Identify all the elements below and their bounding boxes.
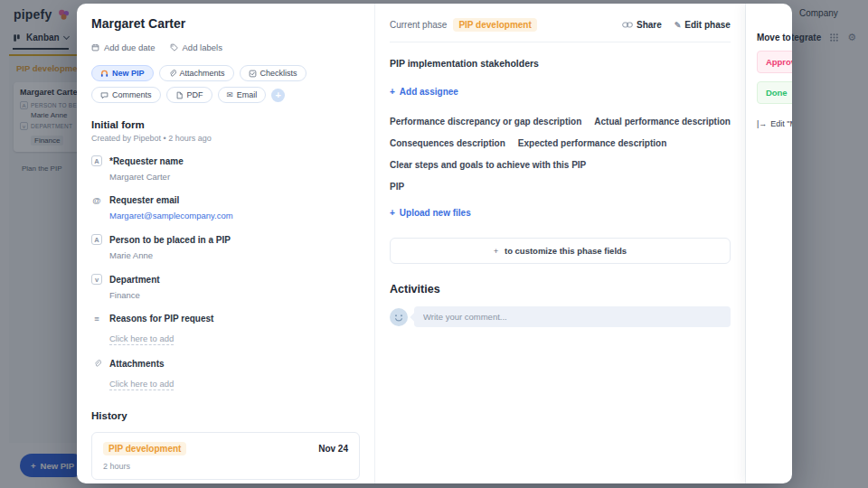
phase-field-label[interactable]: Actual performance description <box>594 117 731 127</box>
pipe-icon <box>100 70 108 78</box>
field-person-in-pip: A Person to be placed in a PIP Marie Ann… <box>91 234 360 260</box>
share-button[interactable]: Share <box>622 20 662 30</box>
link-icon <box>622 22 633 28</box>
field-value[interactable]: Marie Anne <box>109 250 360 260</box>
move-to-approval-button[interactable]: Approval → <box>757 51 792 73</box>
add-due-date-button[interactable]: Add due date <box>91 42 156 52</box>
pdf-document-icon <box>175 91 184 99</box>
history-entry: PIP development Nov 24 2 hours <box>91 432 360 480</box>
field-attachments: Attachments Click here to add <box>91 359 360 390</box>
card-info-column: Margaret Carter Add due date Add labels <box>77 4 375 483</box>
plus-icon: + <box>390 87 395 97</box>
comment-icon <box>100 91 108 99</box>
current-phase-chip: PIP development <box>453 18 536 32</box>
phase-field-label[interactable]: Performance discrepancy or gap descripti… <box>390 117 581 127</box>
customize-phase-fields-button[interactable]: + to customize this phase fields <box>390 238 731 264</box>
envelope-icon: ✉ <box>227 90 233 99</box>
history-duration: 2 hours <box>103 462 348 471</box>
phase-header: Current phase PIP development Share ✎ Ed… <box>390 13 731 42</box>
checklist-icon <box>249 70 257 78</box>
edit-move-to-phase-link[interactable]: |→ Edit "Move to phase" <box>757 119 792 128</box>
tag-icon <box>170 43 178 52</box>
add-assignee-button[interactable]: + Add assignee <box>390 87 458 97</box>
add-labels-button[interactable]: Add labels <box>170 42 222 52</box>
move-to-phase-title: Move to phase <box>757 33 792 42</box>
phase-field-labels: Performance discrepancy or gap descripti… <box>390 117 731 192</box>
phase-field-label[interactable]: Expected performance description <box>518 138 667 148</box>
paperclip-icon <box>168 70 176 78</box>
add-pill-button[interactable]: + <box>271 89 285 102</box>
text-field-icon: A <box>91 155 102 166</box>
text-field-icon: A <box>91 234 102 245</box>
pill-attachments[interactable]: Attachments <box>159 65 234 81</box>
move-to-done-button[interactable]: Done → <box>757 81 792 104</box>
initial-form-subtitle: Created by Pipebot • 2 hours ago <box>91 134 360 143</box>
phase-field-label[interactable]: PIP <box>390 182 404 192</box>
card-meta-toolbar: Add due date Add labels <box>91 42 360 52</box>
initial-form-title: Initial form <box>91 119 360 130</box>
activities-title: Activities <box>390 283 731 296</box>
pill-comments[interactable]: Comments <box>91 87 161 103</box>
pill-pdf[interactable]: PDF <box>166 87 212 103</box>
field-reasons: ≡ Reasons for PIP request Click here to … <box>91 314 360 345</box>
plus-icon: + <box>390 208 395 218</box>
card-action-pills: New PIP Attachments Checklists Comme <box>91 65 360 103</box>
field-value-email-link[interactable]: Margaret@samplecompany.com <box>109 211 360 221</box>
field-value[interactable]: Finance <box>109 290 360 300</box>
history-title: History <box>91 410 360 421</box>
comment-composer <box>390 306 731 327</box>
field-requester-email: @ Requester email Margaret@samplecompany… <box>91 195 360 221</box>
click-to-add[interactable]: Click here to add <box>109 333 174 345</box>
pill-new-pip[interactable]: New PIP <box>91 65 154 81</box>
phase-field-label[interactable]: Clear steps and goals to achieve with th… <box>390 160 586 170</box>
calendar-icon <box>91 43 99 52</box>
current-phase-label: Current phase <box>390 20 447 30</box>
list-icon: ≡ <box>91 314 102 324</box>
at-icon: @ <box>91 195 102 205</box>
card-detail-modal: Margaret Carter Add due date Add labels <box>77 4 792 483</box>
comment-input[interactable] <box>414 306 731 327</box>
history-date: Nov 24 <box>318 444 348 454</box>
field-value[interactable]: Margaret Carter <box>109 172 360 182</box>
pill-checklists[interactable]: Checklists <box>240 65 307 81</box>
stakeholders-label: PIP implementation stakeholders <box>390 58 731 69</box>
pill-email[interactable]: ✉ Email <box>218 87 267 103</box>
pencil-icon: ✎ <box>675 21 682 30</box>
paperclip-icon <box>91 360 102 368</box>
edit-phase-button[interactable]: ✎ Edit phase <box>675 20 731 30</box>
click-to-add[interactable]: Click here to add <box>109 379 174 390</box>
phase-field-label[interactable]: Consequences description <box>390 138 505 148</box>
move-to-phase-panel: ⋮ × Move to phase Approval → Done → |→ E… <box>746 4 792 483</box>
plus-icon: + <box>494 246 499 256</box>
select-field-icon: v <box>91 274 102 285</box>
field-department: v Department Finance <box>91 274 360 300</box>
history-phase-chip: PIP development <box>103 442 186 455</box>
user-avatar <box>390 308 408 326</box>
smiley-avatar-icon <box>390 308 408 326</box>
field-requester-name: A *Requester name Margaret Carter <box>91 155 360 182</box>
phase-column: Current phase PIP development Share ✎ Ed… <box>375 4 746 483</box>
upload-new-files-button[interactable]: + Upload new files <box>390 208 471 218</box>
edit-move-arrow-icon: |→ <box>757 119 767 128</box>
card-title: Margaret Carter <box>91 16 360 31</box>
